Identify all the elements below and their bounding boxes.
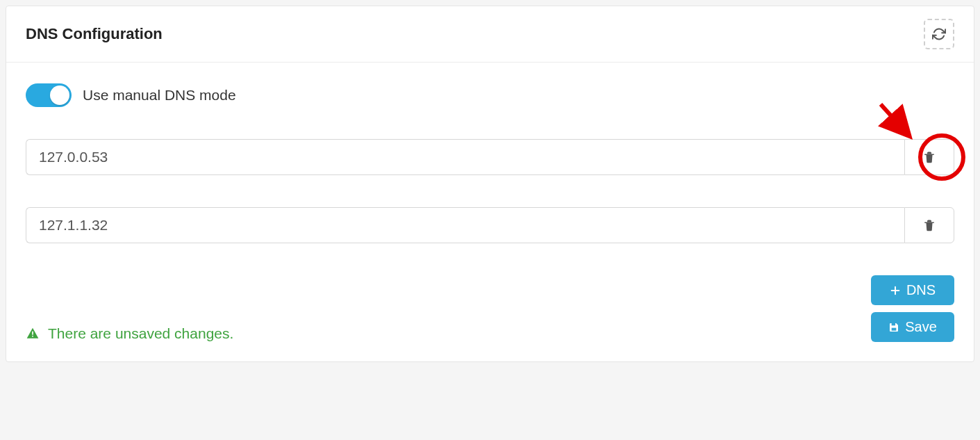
- manual-dns-toggle[interactable]: [26, 83, 72, 107]
- svg-rect-2: [32, 336, 33, 337]
- dns-input[interactable]: [26, 207, 904, 243]
- delete-dns-button[interactable]: [904, 139, 954, 175]
- svg-rect-1: [32, 332, 33, 335]
- delete-dns-button[interactable]: [904, 207, 954, 243]
- dns-config-panel: DNS Configuration Use manual DNS mode: [6, 6, 974, 362]
- dns-entry-row: [26, 139, 954, 175]
- plus-icon: [890, 285, 901, 296]
- unsaved-status: There are unsaved changes.: [26, 325, 233, 342]
- panel-body: Use manual DNS mode: [6, 63, 974, 361]
- svg-rect-5: [892, 323, 895, 325]
- panel-title: DNS Configuration: [26, 25, 163, 43]
- status-text: There are unsaved changes.: [48, 325, 233, 342]
- svg-rect-6: [892, 327, 897, 330]
- trash-icon: [923, 150, 936, 164]
- add-dns-button[interactable]: DNS: [871, 275, 954, 305]
- panel-header: DNS Configuration: [6, 6, 974, 63]
- refresh-button[interactable]: [924, 19, 954, 49]
- trash-icon: [923, 218, 936, 232]
- save-button[interactable]: Save: [871, 312, 954, 342]
- refresh-icon: [932, 27, 946, 41]
- action-buttons: DNS Save: [871, 275, 954, 342]
- manual-dns-toggle-label: Use manual DNS mode: [83, 87, 236, 104]
- dns-entry-row: [26, 207, 954, 243]
- svg-line-0: [881, 104, 907, 133]
- toggle-knob: [50, 85, 69, 105]
- warning-icon: [26, 327, 40, 341]
- add-dns-label: DNS: [906, 282, 936, 298]
- manual-dns-toggle-row: Use manual DNS mode: [26, 83, 954, 107]
- footer-row: There are unsaved changes. DNS: [26, 275, 954, 342]
- dns-input[interactable]: [26, 139, 904, 175]
- save-icon: [888, 322, 899, 333]
- save-label: Save: [905, 319, 937, 335]
